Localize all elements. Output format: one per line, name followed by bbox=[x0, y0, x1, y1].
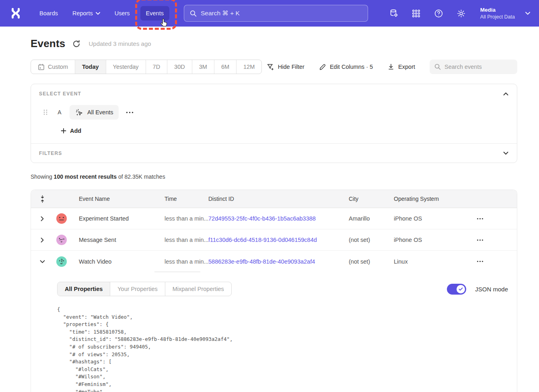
table-row[interactable]: Experiment Started less than a min... 72… bbox=[31, 208, 517, 229]
date-range-30d[interactable]: 30D bbox=[167, 60, 192, 74]
all-events-selector[interactable]: All Events bbox=[70, 105, 119, 120]
tab-all-properties[interactable]: All Properties bbox=[58, 282, 110, 296]
selected-event-label: All Events bbox=[87, 109, 113, 116]
date-range-label: Yesterday bbox=[113, 64, 139, 70]
tab-your-properties[interactable]: Your Properties bbox=[110, 282, 165, 296]
nav-item-boards[interactable]: Boards bbox=[34, 6, 64, 21]
date-range-7d[interactable]: 7D bbox=[146, 60, 167, 74]
chevron-down-icon bbox=[96, 12, 100, 15]
navbar-right: Media All Project Data bbox=[389, 6, 530, 20]
event-more-icon[interactable] bbox=[126, 111, 134, 113]
event-avatar bbox=[53, 234, 70, 246]
download-icon bbox=[387, 63, 395, 70]
col-header-event-name: Event Name bbox=[70, 196, 155, 202]
date-range-label: 30D bbox=[174, 64, 185, 70]
results-suffix: of 82.35K matches bbox=[117, 173, 165, 180]
filters-section[interactable]: FILTERS bbox=[31, 144, 517, 163]
expand-row-icon[interactable] bbox=[31, 237, 53, 243]
date-range-custom[interactable]: Custom bbox=[31, 60, 75, 74]
json-mode-label: JSON mode bbox=[475, 286, 508, 293]
mixpanel-logo-icon[interactable] bbox=[9, 6, 23, 20]
event-name-cell: Experiment Started bbox=[70, 215, 155, 222]
time-cell: less than a min... bbox=[155, 258, 208, 265]
col-header-city: City bbox=[349, 196, 394, 202]
json-mode-toggle[interactable] bbox=[447, 284, 466, 295]
date-range-label: 7D bbox=[153, 64, 160, 70]
toggle-check-icon bbox=[457, 285, 465, 293]
col-header-distinct-id: Distinct ID bbox=[208, 196, 349, 202]
add-event-button[interactable]: Add bbox=[61, 128, 81, 134]
table-row-expanded[interactable]: Watch Video less than a min... 5886283e-… bbox=[31, 251, 517, 272]
add-label: Add bbox=[70, 128, 81, 134]
nav-events-wrapper: Events bbox=[140, 6, 169, 21]
event-name-cell: Watch Video bbox=[70, 258, 155, 265]
results-summary: Showing 100 most recent results of 82.35… bbox=[31, 173, 517, 180]
events-table: Event Name Time Distinct ID City Operati… bbox=[31, 190, 517, 392]
date-range-yesterday[interactable]: Yesterday bbox=[106, 60, 146, 74]
filter-funnel-icon bbox=[267, 63, 274, 71]
collapse-row-icon[interactable] bbox=[31, 260, 53, 263]
row-more-icon[interactable] bbox=[465, 218, 494, 220]
controls-row: Custom Today Yesterday 7D 30D 3M 6M 12M … bbox=[31, 60, 517, 74]
apps-grid-icon[interactable] bbox=[411, 8, 422, 19]
nav-item-reports[interactable]: Reports bbox=[67, 6, 106, 21]
edit-columns-button[interactable]: Edit Columns · 5 bbox=[319, 63, 373, 70]
page-title: Events bbox=[31, 37, 65, 50]
properties-tabs: All Properties Your Properties Mixpanel … bbox=[57, 282, 232, 296]
search-events-input[interactable] bbox=[444, 64, 509, 70]
nav-item-events[interactable]: Events bbox=[140, 6, 169, 21]
refresh-icon[interactable] bbox=[72, 39, 81, 48]
date-range-3m[interactable]: 3M bbox=[192, 60, 214, 74]
os-cell: iPhone OS bbox=[394, 215, 465, 222]
row-more-icon[interactable] bbox=[465, 260, 494, 262]
date-range-today[interactable]: Today bbox=[75, 60, 106, 74]
search-icon bbox=[434, 64, 441, 70]
os-cell: Linux bbox=[394, 258, 465, 265]
hide-filter-button[interactable]: Hide Filter bbox=[267, 63, 304, 71]
primary-nav: Boards Reports Users Events bbox=[34, 6, 169, 21]
nav-item-users[interactable]: Users bbox=[109, 6, 136, 21]
hide-filter-label: Hide Filter bbox=[278, 64, 304, 70]
col-header-os: Operating System bbox=[394, 196, 465, 202]
city-cell: Amarillo bbox=[349, 215, 394, 222]
edit-columns-label: Edit Columns · 5 bbox=[330, 64, 373, 70]
distinct-id-link[interactable]: 72d49553-25fc-4f0c-b436-1b5ac6ab3388 bbox=[208, 215, 349, 222]
page-content: Events Updated 3 minutes ago Custom bbox=[0, 37, 539, 392]
partial-divider bbox=[154, 272, 200, 272]
date-range-6m[interactable]: 6M bbox=[214, 60, 236, 74]
data-management-icon[interactable] bbox=[389, 8, 399, 19]
collapse-section-button[interactable] bbox=[501, 89, 510, 99]
project-name: Media bbox=[480, 6, 515, 14]
date-range-label: Today bbox=[82, 64, 99, 70]
distinct-id-link[interactable]: 5886283e-e9fb-48fb-81de-40e9093a2af4 bbox=[208, 258, 349, 265]
event-letter: A bbox=[57, 109, 62, 116]
expand-filters-button[interactable] bbox=[501, 148, 510, 158]
expand-row-icon[interactable] bbox=[31, 216, 53, 221]
event-avatar bbox=[53, 213, 70, 224]
project-selector[interactable]: Media All Project Data bbox=[480, 6, 530, 20]
sort-icon[interactable] bbox=[31, 195, 53, 203]
nav-item-label: Users bbox=[115, 10, 130, 17]
city-cell: (not set) bbox=[349, 258, 394, 265]
title-row: Events Updated 3 minutes ago bbox=[31, 37, 517, 50]
help-icon[interactable] bbox=[434, 8, 444, 19]
date-range-12m[interactable]: 12M bbox=[236, 60, 261, 74]
global-search-input[interactable]: Search ⌘ + K bbox=[184, 5, 368, 22]
export-button[interactable]: Export bbox=[387, 63, 415, 70]
tab-mixpanel-properties[interactable]: Mixpanel Properties bbox=[165, 282, 231, 296]
search-events-field[interactable] bbox=[430, 60, 517, 74]
distinct-id-link[interactable]: f11c30d6-dc6d-4518-9136-0d046159c84d bbox=[208, 237, 349, 243]
drag-handle-icon[interactable] bbox=[43, 109, 48, 116]
city-cell: (not set) bbox=[349, 237, 394, 243]
settings-gear-icon[interactable] bbox=[456, 8, 467, 19]
search-placeholder: Search ⌘ + K bbox=[201, 10, 240, 17]
event-name-cell: Message Sent bbox=[70, 237, 155, 243]
event-query-row: A All Events bbox=[39, 105, 509, 120]
table-row[interactable]: Message Sent less than a min... f11c30d6… bbox=[31, 229, 517, 251]
export-label: Export bbox=[398, 64, 415, 70]
updated-timestamp: Updated 3 minutes ago bbox=[88, 40, 151, 47]
date-range-selector: Custom Today Yesterday 7D 30D 3M 6M 12M bbox=[31, 60, 262, 74]
event-detail-panel: All Properties Your Properties Mixpanel … bbox=[31, 272, 517, 392]
results-count: 100 most recent results bbox=[54, 173, 117, 180]
row-more-icon[interactable] bbox=[465, 239, 494, 241]
